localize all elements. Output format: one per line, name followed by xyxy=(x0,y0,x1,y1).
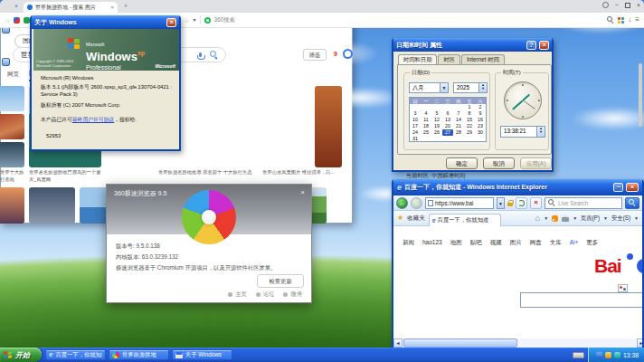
bookmark-star-icon[interactable]: ☆ xyxy=(5,17,10,24)
stop-button[interactable]: × xyxy=(530,197,542,209)
calendar-day[interactable]: 11 xyxy=(421,117,431,123)
chevron-down-icon[interactable]: ▼ xyxy=(573,215,577,221)
close-icon[interactable]: × xyxy=(166,18,176,27)
calendar-day[interactable]: 10 xyxy=(410,117,421,123)
bookmark-icon[interactable] xyxy=(14,17,20,24)
baidu-nav-link[interactable]: 新闻 xyxy=(402,239,414,247)
search-go-button[interactable] xyxy=(625,197,639,209)
taskbar-button[interactable]: 关于 Windows xyxy=(172,349,232,360)
desktop-icon[interactable] xyxy=(2,58,10,66)
close-tab-icon[interactable]: × xyxy=(14,3,18,9)
horizontal-scrollbar[interactable]: ◄ ► xyxy=(393,338,644,348)
calendar-day[interactable]: 31 xyxy=(410,136,421,142)
taskbar-button[interactable]: 世界旅游胜地 xyxy=(109,349,169,360)
image-caption[interactable]: 世界山水风景图片 维拉清单，白... xyxy=(262,169,342,176)
favorites-star-icon[interactable]: ★ xyxy=(397,214,403,222)
minimize-icon[interactable]: − xyxy=(615,2,619,8)
baidu-nav-link[interactable]: Ai+ xyxy=(570,239,579,247)
shield-icon[interactable] xyxy=(605,352,611,358)
baidu-nav-link[interactable]: 网盘 xyxy=(530,239,542,247)
image-thumbnail[interactable] xyxy=(315,86,342,167)
baidu-nav-link[interactable]: 视频 xyxy=(490,239,502,247)
forward-icon[interactable]: → xyxy=(411,197,422,209)
help-icon[interactable]: ? xyxy=(526,41,536,50)
home-icon[interactable]: ⌂ xyxy=(535,214,540,223)
calendar-day[interactable]: 19 xyxy=(431,123,442,129)
image-thumbnail[interactable] xyxy=(0,114,24,139)
year-spinner[interactable]: 2025 ▲▼ xyxy=(453,82,488,93)
datetime-titlebar[interactable]: 日期和时间 属性 ? × xyxy=(393,38,552,52)
result-tab[interactable]: 网页 xyxy=(7,71,19,81)
scroll-right-icon[interactable]: ► xyxy=(637,338,644,348)
about-footer-link[interactable]: 主页 xyxy=(228,291,247,299)
calendar-day[interactable]: 22 xyxy=(464,123,475,129)
time-spinner[interactable]: 13:38:21 ▲▼ xyxy=(500,126,545,138)
baidu-nav-link[interactable]: 地图 xyxy=(450,239,462,247)
calendar-day[interactable]: 30 xyxy=(475,129,486,136)
calendar-day[interactable]: 18 xyxy=(421,123,431,129)
address-dropdown-icon[interactable]: ▼ xyxy=(497,197,505,209)
tray-clock[interactable]: 13:38 xyxy=(623,352,639,358)
close-tab-icon[interactable]: × xyxy=(110,5,114,10)
cancel-button[interactable]: 取消 xyxy=(483,157,515,169)
baidu-nav-link[interactable]: hao123 xyxy=(422,239,442,247)
calendar-day[interactable]: 2 xyxy=(475,104,486,110)
calendar-day[interactable]: 14 xyxy=(453,117,464,123)
calendar-day[interactable]: 25 xyxy=(421,129,431,136)
calendar-day[interactable]: 3 xyxy=(410,110,421,117)
month-select[interactable]: 八月 ▼ xyxy=(409,82,449,93)
about-windows-titlebar[interactable]: 关于 Windows × xyxy=(32,15,179,29)
spinner-arrows[interactable]: ▲▼ xyxy=(478,83,487,92)
calendar-day[interactable]: 4 xyxy=(421,110,431,117)
calendar-day[interactable]: 15 xyxy=(464,117,475,123)
live-search-input[interactable]: Live Search xyxy=(545,197,622,209)
scrollbar[interactable] xyxy=(639,63,642,127)
spinner-arrows[interactable]: ▲▼ xyxy=(536,127,545,137)
image-thumbnail[interactable] xyxy=(0,86,24,111)
calendar-day[interactable]: 12 xyxy=(431,117,442,123)
favorites-button[interactable]: 收藏夹 xyxy=(407,214,425,223)
about-footer-link[interactable]: 论坛 xyxy=(256,291,275,299)
favorite-icon[interactable]: ☆ xyxy=(184,17,189,24)
calendar-day[interactable]: 1 xyxy=(464,104,475,110)
filter-button[interactable]: 筛选 xyxy=(303,49,327,61)
start-button[interactable]: 开始 xyxy=(0,348,42,362)
network-icon[interactable] xyxy=(596,352,602,358)
eula-link[interactable]: 最终用户许可协议 xyxy=(72,117,114,122)
image-caption[interactable]: 世界十大旅行圣地 xyxy=(0,169,24,183)
baidu-nav-link[interactable]: 文库 xyxy=(550,239,562,247)
mic-icon[interactable] xyxy=(199,52,202,57)
safety-menu[interactable]: 安全(S) xyxy=(611,214,630,223)
calendar-day[interactable]: 20 xyxy=(442,123,453,129)
calendar-day[interactable]: 8 xyxy=(464,110,475,117)
baidu-nav-link[interactable]: 贴吧 xyxy=(470,239,482,247)
user-icon[interactable] xyxy=(602,2,609,8)
scroll-left-icon[interactable]: ◄ xyxy=(393,338,402,348)
ie-tab[interactable]: e 百度一下，你就知道 xyxy=(429,214,501,226)
calendar-day[interactable]: 9 xyxy=(475,110,486,117)
taskbar-button[interactable]: e百度一下，你就知道 xyxy=(45,349,106,360)
about-footer-link[interactable]: 微博 xyxy=(283,291,302,299)
rewards-icon[interactable] xyxy=(343,49,353,59)
ie-titlebar[interactable]: e 百度一下，你就知道 - Windows Internet Explorer … xyxy=(393,179,642,195)
image-thumbnail[interactable] xyxy=(0,142,24,167)
chevron-down-icon[interactable]: ▼ xyxy=(440,83,448,92)
download-icon[interactable]: ↓ xyxy=(628,16,631,24)
ok-button[interactable]: 确定 xyxy=(446,157,478,169)
baidu-nav-link[interactable]: 图片 xyxy=(510,239,522,247)
back-icon[interactable]: ← xyxy=(396,197,408,209)
minimize-icon[interactable]: − xyxy=(613,183,623,192)
image-caption[interactable]: 世界著名旅游胜地巴厘岛的一个夏天_风景网 xyxy=(29,169,101,183)
image-thumbnail[interactable] xyxy=(0,187,24,224)
image-caption[interactable]: 世界旅游名胜地推荐 排名前十 十大旅行生态 xyxy=(158,169,254,176)
feed-icon[interactable] xyxy=(552,215,558,222)
address-bar[interactable]: https://www.bai xyxy=(425,197,494,209)
maximize-icon[interactable] xyxy=(625,3,630,8)
calendar-day[interactable]: 27 xyxy=(442,129,453,136)
close-icon[interactable]: × xyxy=(300,188,305,196)
close-icon[interactable]: × xyxy=(539,41,549,50)
close-icon[interactable]: × xyxy=(637,2,640,8)
calendar-day[interactable]: 6 xyxy=(442,110,453,117)
print-icon[interactable] xyxy=(562,217,569,222)
calendar-day[interactable]: 23 xyxy=(475,123,486,129)
